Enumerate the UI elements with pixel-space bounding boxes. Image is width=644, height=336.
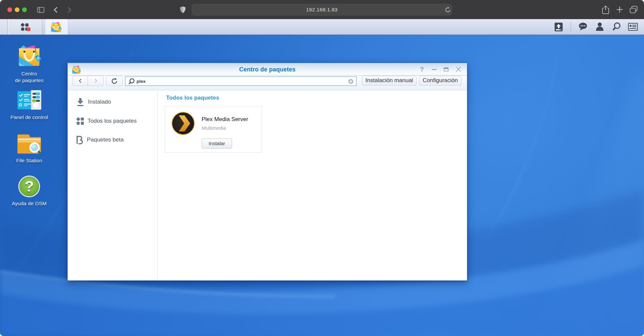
svg-text:?: ? [420, 66, 424, 72]
